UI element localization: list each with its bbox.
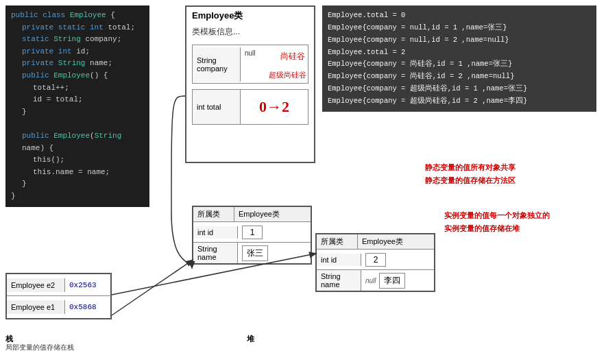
- console-line: Employee{company = null,id = 2 ,name=nul…: [328, 34, 591, 47]
- code-line: [11, 118, 144, 130]
- code-line: this.name = name;: [11, 167, 144, 179]
- method-area-box: Employee类 类模板信息... Stringcompany null 尚硅…: [185, 5, 315, 163]
- heap-label: 堆: [247, 334, 254, 344]
- method-row-total-label: int total: [193, 90, 241, 124]
- console-line: Employee{company = 尚硅谷,id = 2 ,name=null…: [328, 71, 591, 83]
- heap-object-1: 所属类 Employee类 int id 1 String name 张三: [192, 206, 312, 265]
- heap-obj2-header: 所属类 Employee类: [317, 234, 434, 250]
- heap-obj1-name-row: String name 张三: [193, 243, 311, 263]
- heap-obj1-header-label: 所属类: [193, 207, 234, 221]
- heap-object-2: 所属类 Employee类 int id 2 String name null …: [315, 233, 435, 292]
- heap-obj1-id-type: int id: [193, 226, 238, 239]
- heap-obj2-id-val: 2: [361, 251, 434, 269]
- method-row-total-content: 0→2: [241, 90, 308, 124]
- console-line: Employee.total = 2: [328, 47, 591, 59]
- heap-obj2-name-type: String name: [317, 270, 361, 291]
- heap-obj1-header: 所属类 Employee类: [193, 207, 311, 222]
- instance-note: 实例变量的值每一个对象独立的 实例变量的值存储在堆: [444, 209, 550, 234]
- code-line: static String company;: [11, 34, 144, 46]
- code-line: private String name;: [11, 58, 144, 70]
- heap-obj2-name-row: String name null 李四: [317, 270, 434, 291]
- heap-obj2-class-name: Employee类: [358, 234, 434, 249]
- null-label: null: [245, 49, 256, 57]
- console-note-2: 静态变量的值存储在方法区: [425, 174, 516, 187]
- stack-row-e2: Employee e2 0x2563: [7, 274, 110, 296]
- console-line: Employee{company = 尚硅谷,id = 1 ,name=张三}: [328, 58, 591, 71]
- heap-obj1-name-type: String name: [193, 243, 238, 263]
- heap-obj2-name-val: null 李四: [361, 271, 434, 291]
- instance-note-2: 实例变量的值存储在堆: [444, 222, 550, 235]
- stack-row-e1: Employee e1 0x5868: [7, 296, 110, 318]
- heap-obj1-id-row: int id 1: [193, 222, 311, 243]
- heap-obj2-id-row: int id 2: [317, 250, 434, 270]
- heap-obj2-id-type: int id: [317, 254, 361, 266]
- instance-note-1: 实例变量的值每一个对象独立的: [444, 209, 550, 222]
- method-row-total: int total 0→2: [192, 89, 308, 125]
- console-line: Employee{company = 超级尚硅谷,id = 2 ,name=李四…: [328, 95, 591, 108]
- code-line: }: [11, 106, 144, 119]
- heap-obj1-name-value: 张三: [242, 245, 268, 261]
- code-line: id = total;: [11, 94, 144, 106]
- heap-obj2-name-value: 李四: [379, 273, 405, 289]
- console-note-1: 静态变量的值所有对象共享: [425, 161, 516, 174]
- total-value: 0→2: [259, 98, 289, 116]
- heap-obj1-id-value: 1: [242, 226, 263, 239]
- method-row-company: Stringcompany null 尚硅谷 超级尚硅谷: [192, 45, 308, 84]
- company-value1: 尚硅谷: [280, 51, 305, 62]
- code-line: private static int total;: [11, 22, 144, 34]
- method-area-title: Employee类: [186, 7, 314, 25]
- stack-frame: Employee e2 0x2563 Employee e1 0x5868: [5, 273, 112, 319]
- code-line: this();: [11, 154, 144, 167]
- console-line: Employee.total = 0: [328, 10, 591, 22]
- method-row-company-label: Stringcompany: [193, 47, 241, 82]
- code-line: }: [11, 191, 144, 203]
- code-block: public class Employee { private static i…: [5, 5, 149, 207]
- method-area-subtitle: 类模板信息...: [186, 25, 314, 39]
- stack-label-e1: Employee e1: [7, 300, 65, 314]
- code-line: public Employee(String name) {: [11, 130, 144, 154]
- stack-label-e2: Employee e2: [7, 278, 65, 292]
- console-notes: 静态变量的值所有对象共享 静态变量的值存储在方法区: [425, 161, 516, 186]
- code-line: total++;: [11, 82, 144, 95]
- console-output: Employee.total = 0 Employee{company = nu…: [322, 5, 596, 112]
- method-row-company-content: null 尚硅谷 超级尚硅谷: [241, 45, 308, 83]
- code-line: }: [11, 178, 144, 191]
- heap-obj2-name-null: null: [365, 277, 376, 284]
- code-line: public class Employee {: [11, 10, 144, 22]
- heap-obj1-name-val: 张三: [238, 243, 311, 263]
- stack-value-e2: 0x2563: [65, 278, 110, 292]
- stack-value-e1: 0x5868: [65, 300, 110, 314]
- heap-obj1-class-name: Employee类: [234, 207, 311, 221]
- company-value2: 超级尚硅谷: [269, 70, 306, 80]
- code-line: public Employee() {: [11, 70, 144, 82]
- code-line: private int id;: [11, 46, 144, 58]
- heap-obj2-id-value: 2: [365, 253, 386, 267]
- console-line: Employee{company = null,id = 1 ,name=张三}: [328, 22, 591, 34]
- heap-obj2-header-label: 所属类: [317, 234, 358, 249]
- stack-area-sublabel: 局部变量的值存储在栈: [5, 343, 74, 352]
- console-line: Employee{company = 超级尚硅谷,id = 1 ,name=张三…: [328, 83, 591, 95]
- heap-obj1-id-val: 1: [238, 223, 311, 241]
- svg-line-0: [112, 260, 192, 315]
